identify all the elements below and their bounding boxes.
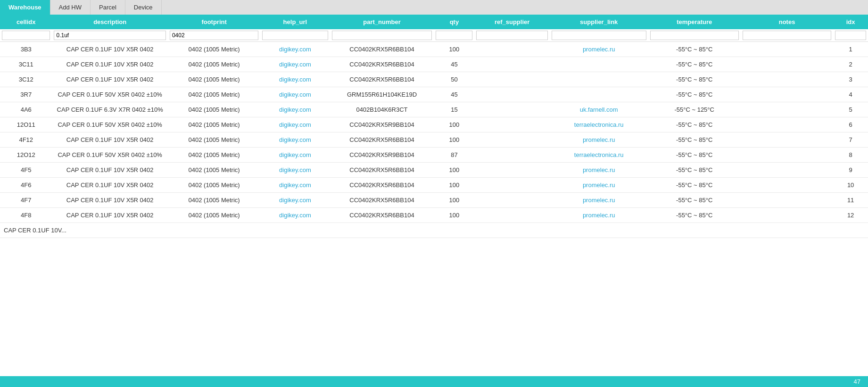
filter-cellidx[interactable] bbox=[2, 31, 50, 40]
cell-qty: 50 bbox=[434, 72, 474, 87]
filter-qty[interactable] bbox=[436, 31, 472, 40]
cell-temperature: -55°C ~ 85°C bbox=[648, 87, 741, 102]
tabs-bar: WarehouseAdd HWParcelDevice bbox=[0, 0, 868, 15]
supplier_link-link[interactable]: promelec.ru bbox=[583, 166, 615, 173]
cell-cellidx: 4A6 bbox=[0, 102, 52, 117]
cell-notes bbox=[741, 208, 833, 223]
cell-cellidx: 4F12 bbox=[0, 132, 52, 148]
cell-supplier_link bbox=[550, 72, 648, 87]
help_url-link[interactable]: digikey.com bbox=[279, 46, 311, 53]
cell-ref_supplier bbox=[474, 193, 550, 208]
cell-part_number: CC0402KRX5R6BB104 bbox=[330, 132, 434, 148]
col-header-footprint: footprint bbox=[168, 15, 260, 29]
cell-supplier_link bbox=[550, 87, 648, 102]
filter-notes[interactable] bbox=[743, 31, 831, 40]
help_url-link[interactable]: digikey.com bbox=[279, 121, 311, 128]
tab-warehouse[interactable]: Warehouse bbox=[0, 0, 50, 15]
help_url-link[interactable]: digikey.com bbox=[279, 91, 311, 98]
filter-idx[interactable] bbox=[835, 31, 866, 40]
cell-qty: 100 bbox=[434, 42, 474, 57]
help_url-link[interactable]: digikey.com bbox=[279, 136, 311, 143]
cell-idx: 8 bbox=[833, 148, 868, 163]
filter-footprint[interactable] bbox=[170, 31, 258, 40]
filter-temperature[interactable] bbox=[650, 31, 739, 40]
help_url-link[interactable]: digikey.com bbox=[279, 197, 311, 204]
filter-help-url[interactable] bbox=[262, 31, 328, 40]
cell-description: CAP CER 0.1UF 10V X5R 0402 bbox=[52, 57, 167, 72]
cell-footprint: 0402 (1005 Metric) bbox=[168, 117, 260, 132]
main-table: cellidx description footprint help_url p… bbox=[0, 15, 868, 238]
supplier_link-link[interactable]: terraelectronica.ru bbox=[574, 151, 624, 158]
cell-description: CAP CER 0.1UF 10V X5R 0402 bbox=[52, 163, 167, 178]
cell-temperature: -55°C ~ 85°C bbox=[648, 72, 741, 87]
col-header-qty: qty bbox=[434, 15, 474, 29]
col-header-notes: notes bbox=[741, 15, 833, 29]
cell-help_url: digikey.com bbox=[260, 42, 330, 57]
cell-help_url: digikey.com bbox=[260, 132, 330, 148]
cell-idx: 9 bbox=[833, 163, 868, 178]
cell-notes bbox=[741, 57, 833, 72]
cell-part_number: 0402B104K6R3CT bbox=[330, 102, 434, 117]
filter-ref-supplier[interactable] bbox=[476, 31, 548, 40]
supplier_link-link[interactable]: terraelectronica.ru bbox=[574, 121, 624, 128]
help_url-link[interactable]: digikey.com bbox=[279, 166, 311, 173]
help_url-link[interactable]: digikey.com bbox=[279, 181, 311, 189]
cell-help_url: digikey.com bbox=[260, 163, 330, 178]
cell-footprint: 0402 (1005 Metric) bbox=[168, 87, 260, 102]
cell-supplier_link: promelec.ru bbox=[550, 163, 648, 178]
tab-add-hw[interactable]: Add HW bbox=[50, 0, 91, 15]
cell-supplier_link: promelec.ru bbox=[550, 132, 648, 148]
cell-cellidx: 4F8 bbox=[0, 208, 52, 223]
filter-supplier-link[interactable] bbox=[552, 31, 646, 40]
cell-partial: CAP CER 0.1UF 10V... bbox=[0, 223, 868, 238]
col-header-temperature: temperature bbox=[648, 15, 741, 29]
supplier_link-link[interactable]: promelec.ru bbox=[583, 212, 615, 219]
cell-qty: 100 bbox=[434, 132, 474, 148]
cell-ref_supplier bbox=[474, 163, 550, 178]
cell-description: CAP CER 0.1UF 10V X5R 0402 bbox=[52, 42, 167, 57]
cell-part_number: CC0402KRX5R6BB104 bbox=[330, 208, 434, 223]
cell-idx: 1 bbox=[833, 42, 868, 57]
cell-idx: 4 bbox=[833, 87, 868, 102]
supplier_link-link[interactable]: uk.farnell.com bbox=[580, 106, 618, 113]
cell-ref_supplier bbox=[474, 132, 550, 148]
supplier_link-link[interactable]: promelec.ru bbox=[583, 46, 615, 53]
tab-device[interactable]: Device bbox=[125, 0, 162, 15]
cell-part_number: CC0402KRX5R6BB104 bbox=[330, 163, 434, 178]
cell-temperature: -55°C ~ 85°C bbox=[648, 117, 741, 132]
help_url-link[interactable]: digikey.com bbox=[279, 61, 311, 68]
table-row: 4F5CAP CER 0.1UF 10V X5R 04020402 (1005 … bbox=[0, 163, 868, 178]
col-header-cellidx: cellidx bbox=[0, 15, 52, 29]
cell-footprint: 0402 (1005 Metric) bbox=[168, 193, 260, 208]
filter-description[interactable] bbox=[54, 31, 165, 40]
cell-temperature: -55°C ~ 85°C bbox=[648, 208, 741, 223]
cell-notes bbox=[741, 163, 833, 178]
cell-qty: 45 bbox=[434, 87, 474, 102]
cell-description: CAP CER 0.1UF 50V X5R 0402 ±10% bbox=[52, 148, 167, 163]
cell-idx: 10 bbox=[833, 178, 868, 193]
col-header-idx: idx bbox=[833, 15, 868, 29]
help_url-link[interactable]: digikey.com bbox=[279, 106, 311, 113]
cell-temperature: -55°C ~ 85°C bbox=[648, 42, 741, 57]
tab-parcel[interactable]: Parcel bbox=[91, 0, 125, 15]
cell-idx: 5 bbox=[833, 102, 868, 117]
cell-supplier_link: promelec.ru bbox=[550, 193, 648, 208]
supplier_link-link[interactable]: promelec.ru bbox=[583, 136, 615, 143]
cell-description: CAP CER 0.1UF 10V X5R 0402 bbox=[52, 208, 167, 223]
cell-cellidx: 3C11 bbox=[0, 57, 52, 72]
filter-part-number[interactable] bbox=[332, 31, 432, 40]
cell-supplier_link: uk.farnell.com bbox=[550, 102, 648, 117]
cell-help_url: digikey.com bbox=[260, 72, 330, 87]
cell-supplier_link bbox=[550, 57, 648, 72]
supplier_link-link[interactable]: promelec.ru bbox=[583, 181, 615, 189]
cell-description: CAP CER 0.1UF 10V X5R 0402 bbox=[52, 193, 167, 208]
help_url-link[interactable]: digikey.com bbox=[279, 212, 311, 219]
cell-part_number: CC0402KRX5R6BB104 bbox=[330, 72, 434, 87]
help_url-link[interactable]: digikey.com bbox=[279, 76, 311, 83]
cell-cellidx: 3C12 bbox=[0, 72, 52, 87]
cell-footprint: 0402 (1005 Metric) bbox=[168, 72, 260, 87]
help_url-link[interactable]: digikey.com bbox=[279, 151, 311, 158]
cell-qty: 100 bbox=[434, 193, 474, 208]
cell-part_number: CC0402KRX5R6BB104 bbox=[330, 178, 434, 193]
supplier_link-link[interactable]: promelec.ru bbox=[583, 197, 615, 204]
